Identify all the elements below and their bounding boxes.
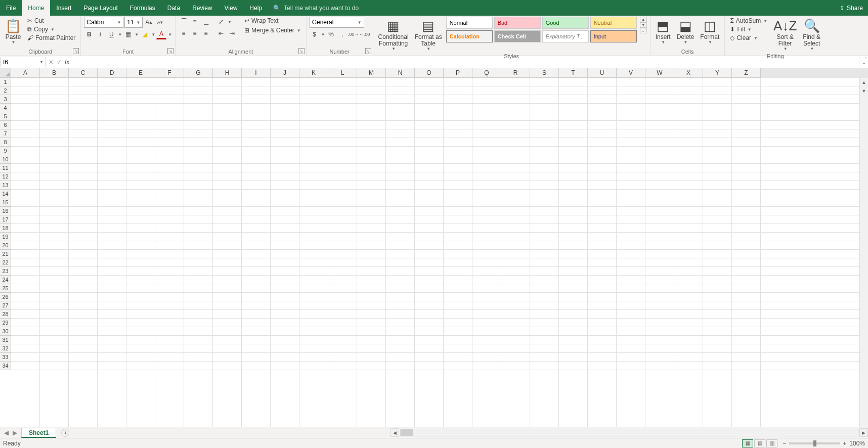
normal-view-button[interactable]: ▦: [742, 439, 753, 447]
tab-file[interactable]: File: [0, 0, 22, 16]
tab-insert[interactable]: Insert: [50, 0, 77, 16]
clear-button[interactable]: ◇Clear▼: [728, 34, 769, 42]
italic-button[interactable]: I: [95, 29, 105, 39]
column-header[interactable]: E: [126, 68, 155, 78]
align-right-button[interactable]: ≡: [201, 28, 211, 38]
column-header[interactable]: S: [530, 68, 559, 78]
gallery-up-button[interactable]: ▲: [640, 17, 647, 22]
borders-button[interactable]: ▦: [123, 29, 133, 39]
column-header[interactable]: T: [559, 68, 588, 78]
cells-area[interactable]: [11, 78, 868, 427]
column-header[interactable]: B: [40, 68, 69, 78]
fill-color-button[interactable]: ◢: [140, 29, 150, 39]
row-header[interactable]: 5: [0, 112, 11, 121]
row-header[interactable]: 10: [0, 155, 11, 164]
format-cells-button[interactable]: ◫Format▼: [698, 17, 721, 46]
row-header[interactable]: 31: [0, 336, 11, 344]
tab-formulas[interactable]: Formulas: [124, 0, 161, 16]
orientation-button[interactable]: ⤢: [216, 17, 226, 27]
column-header[interactable]: W: [645, 68, 674, 78]
scroll-right-button[interactable]: ▶: [859, 428, 868, 437]
row-header[interactable]: 29: [0, 319, 11, 327]
name-box[interactable]: I6▼: [1, 57, 46, 67]
column-header[interactable]: I: [242, 68, 271, 78]
horizontal-scrollbar[interactable]: ◀ ▶: [390, 427, 868, 438]
scroll-left-button[interactable]: ◀: [390, 428, 399, 437]
conditional-formatting-button[interactable]: ▦ Conditional Formatting▼: [376, 17, 411, 53]
tell-me-search[interactable]: 🔍 Tell me what you want to do: [273, 0, 359, 16]
dialog-launcher[interactable]: ↘: [167, 48, 173, 54]
align-center-button[interactable]: ≡: [190, 28, 200, 38]
row-header[interactable]: 30: [0, 327, 11, 336]
collapse-ribbon-button[interactable]: ˇ: [865, 57, 867, 63]
style-input[interactable]: Input: [590, 30, 637, 42]
column-header[interactable]: F: [155, 68, 184, 78]
sheet-tab-active[interactable]: Sheet1: [21, 428, 56, 438]
column-header[interactable]: H: [213, 68, 242, 78]
enter-formula-button[interactable]: ✓: [57, 59, 62, 66]
dialog-launcher[interactable]: ↘: [365, 48, 371, 54]
dialog-launcher[interactable]: ↘: [73, 48, 79, 54]
style-bad[interactable]: Bad: [494, 17, 541, 29]
align-top-button[interactable]: ▔: [179, 17, 189, 27]
row-header[interactable]: 28: [0, 310, 11, 319]
column-header[interactable]: R: [501, 68, 530, 78]
row-header[interactable]: 25: [0, 284, 11, 293]
column-header[interactable]: O: [415, 68, 444, 78]
column-header[interactable]: K: [299, 68, 328, 78]
copy-button[interactable]: ⧉Copy▼: [25, 25, 77, 33]
merge-center-button[interactable]: ⊞Merge & Center▼: [242, 26, 303, 34]
page-break-view-button[interactable]: ▥: [766, 439, 777, 447]
chevron-down-icon[interactable]: ▼: [168, 32, 172, 37]
row-header[interactable]: 26: [0, 293, 11, 301]
row-header[interactable]: 15: [0, 198, 11, 207]
align-middle-button[interactable]: ≡: [190, 17, 200, 27]
scroll-up-button[interactable]: ▲: [860, 78, 868, 86]
chevron-down-icon[interactable]: ▼: [321, 32, 325, 37]
format-painter-button[interactable]: 🖌Format Painter: [25, 34, 77, 42]
style-good[interactable]: Good: [542, 17, 589, 29]
row-header[interactable]: 9: [0, 147, 11, 155]
underline-button[interactable]: U: [106, 29, 116, 39]
column-header[interactable]: N: [386, 68, 415, 78]
row-header[interactable]: 2: [0, 86, 11, 95]
chevron-down-icon[interactable]: ▼: [135, 32, 139, 37]
column-header[interactable]: C: [69, 68, 98, 78]
font-size-combo[interactable]: 11▼: [124, 17, 143, 28]
tab-help[interactable]: Help: [243, 0, 268, 16]
row-header[interactable]: 33: [0, 353, 11, 362]
row-header[interactable]: 23: [0, 267, 11, 276]
bold-button[interactable]: B: [84, 29, 94, 39]
gallery-down-button[interactable]: ▼: [640, 22, 647, 28]
chevron-down-icon[interactable]: ▼: [151, 32, 155, 37]
row-header[interactable]: 20: [0, 241, 11, 250]
chevron-down-icon[interactable]: ▼: [228, 20, 232, 24]
gallery-more-button[interactable]: ⌄: [640, 28, 647, 33]
scroll-thumb[interactable]: [401, 429, 413, 436]
zoom-out-button[interactable]: −: [783, 440, 786, 447]
row-header[interactable]: 4: [0, 104, 11, 112]
column-header[interactable]: U: [588, 68, 617, 78]
decrease-font-button[interactable]: A▾: [155, 17, 165, 27]
column-header[interactable]: V: [617, 68, 645, 78]
tab-view[interactable]: View: [219, 0, 244, 16]
page-layout-view-button[interactable]: ▤: [754, 439, 765, 447]
align-bottom-button[interactable]: ▁: [201, 17, 211, 27]
tab-data[interactable]: Data: [161, 0, 186, 16]
font-name-combo[interactable]: Calibri▼: [84, 17, 123, 28]
row-header[interactable]: 11: [0, 164, 11, 172]
column-header[interactable]: Q: [472, 68, 501, 78]
row-header[interactable]: 14: [0, 190, 11, 198]
column-header[interactable]: Z: [732, 68, 761, 78]
row-header[interactable]: 3: [0, 95, 11, 104]
new-sheet-button[interactable]: +: [61, 429, 69, 437]
style-check-cell[interactable]: Check Cell: [494, 30, 541, 42]
vertical-scrollbar[interactable]: ▲ ▼: [859, 78, 868, 427]
column-header[interactable]: D: [98, 68, 126, 78]
cancel-formula-button[interactable]: ✕: [49, 59, 54, 66]
zoom-in-button[interactable]: +: [843, 440, 846, 447]
share-button[interactable]: ⇪ Share: [835, 0, 868, 16]
row-header[interactable]: 1: [0, 78, 11, 86]
style-normal[interactable]: Normal: [446, 17, 493, 29]
row-header[interactable]: 32: [0, 344, 11, 353]
